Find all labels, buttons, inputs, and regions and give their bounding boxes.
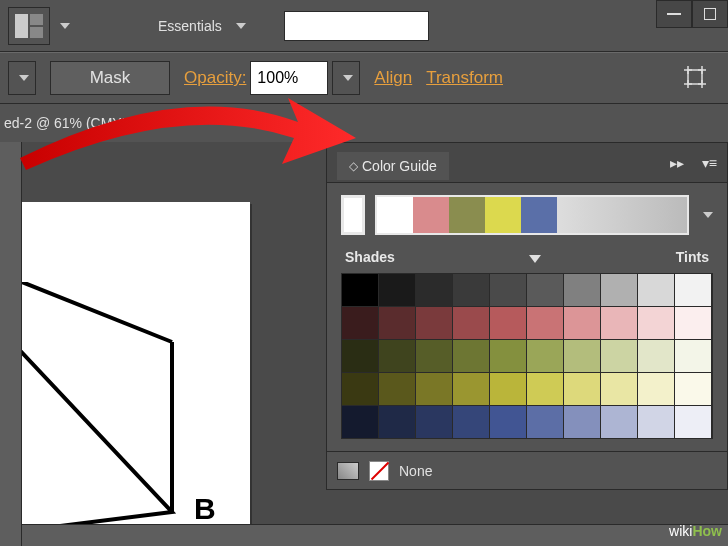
document-tab[interactable]: ed-2 @ 61% (CMYK/Pre (4, 115, 157, 131)
variation-swatch[interactable] (638, 274, 674, 306)
variation-swatch[interactable] (564, 373, 600, 405)
variation-swatch[interactable] (675, 406, 711, 438)
ramp-swatch[interactable] (449, 197, 485, 233)
edit-colors-icon[interactable] (337, 462, 359, 480)
variation-swatch[interactable] (379, 373, 415, 405)
variation-swatch[interactable] (490, 373, 526, 405)
variation-swatch[interactable] (342, 274, 378, 306)
color-guide-tab[interactable]: ◇ Color Guide (337, 152, 449, 180)
workspace-switcher[interactable]: Essentials (150, 14, 254, 38)
point-b-label: B (194, 492, 216, 526)
variation-swatch[interactable] (564, 307, 600, 339)
arrange-dropdown-icon[interactable] (60, 23, 70, 29)
collapse-icon: ◇ (349, 159, 358, 173)
variation-swatch[interactable] (453, 340, 489, 372)
variation-swatch[interactable] (638, 340, 674, 372)
object-type-dropdown[interactable] (8, 61, 36, 95)
color-guide-panel: ◇ Color Guide ▸▸ ▾≡ Shades Tints (326, 142, 728, 490)
expand-icon[interactable]: ▸▸ (670, 155, 684, 171)
variation-swatch[interactable] (379, 307, 415, 339)
variation-swatch[interactable] (490, 274, 526, 306)
variation-swatch[interactable] (416, 406, 452, 438)
horizontal-scrollbar[interactable] (22, 524, 728, 546)
variation-swatch[interactable] (601, 274, 637, 306)
variation-swatch[interactable] (416, 307, 452, 339)
svg-line-15 (22, 282, 172, 342)
opacity-label[interactable]: Opacity: (184, 68, 246, 88)
mask-button[interactable]: Mask (50, 61, 170, 95)
variation-swatch[interactable] (379, 274, 415, 306)
svg-rect-0 (15, 14, 28, 38)
variation-dropdown-icon[interactable] (529, 255, 541, 263)
variation-grid (341, 273, 713, 439)
variation-swatch[interactable] (601, 406, 637, 438)
variation-swatch[interactable] (342, 373, 378, 405)
tints-label: Tints (676, 249, 709, 265)
base-color-swatch[interactable] (341, 195, 365, 235)
variation-swatch[interactable] (453, 274, 489, 306)
ramp-swatch[interactable] (413, 197, 449, 233)
ramp-swatch[interactable] (521, 197, 557, 233)
variation-swatch[interactable] (342, 307, 378, 339)
panel-title: Color Guide (362, 158, 437, 174)
vertical-scrollbar[interactable] (0, 142, 22, 546)
variation-swatch[interactable] (638, 307, 674, 339)
variation-swatch[interactable] (638, 406, 674, 438)
variation-swatch[interactable] (527, 340, 563, 372)
variation-swatch[interactable] (490, 406, 526, 438)
variation-swatch[interactable] (675, 373, 711, 405)
maximize-button[interactable] (692, 0, 728, 28)
svg-rect-5 (688, 70, 702, 84)
variation-swatch[interactable] (564, 274, 600, 306)
wikihow-watermark: wikiHow (669, 522, 722, 540)
window-controls (656, 0, 728, 30)
panel-menu-icon[interactable]: ▾≡ (702, 155, 717, 171)
ramp-swatch[interactable] (485, 197, 521, 233)
variation-swatch[interactable] (675, 307, 711, 339)
search-input[interactable] (284, 11, 429, 41)
variation-swatch[interactable] (601, 373, 637, 405)
harmony-dropdown-icon[interactable] (703, 212, 713, 218)
opacity-dropdown[interactable] (332, 61, 360, 95)
svg-rect-1 (30, 14, 43, 25)
variation-swatch[interactable] (379, 340, 415, 372)
variation-swatch[interactable] (490, 307, 526, 339)
variation-swatch[interactable] (601, 340, 637, 372)
variation-swatch[interactable] (453, 373, 489, 405)
variation-swatch[interactable] (601, 307, 637, 339)
opacity-input[interactable]: 100% (250, 61, 328, 95)
artboard[interactable]: B (22, 202, 250, 546)
variation-swatch[interactable] (379, 406, 415, 438)
harmony-ramp[interactable] (375, 195, 689, 235)
none-swatch-icon[interactable] (369, 461, 389, 481)
ramp-swatch[interactable] (377, 197, 413, 233)
isolate-icon[interactable] (682, 64, 708, 93)
panel-tab-bar: ◇ Color Guide ▸▸ ▾≡ (327, 143, 727, 183)
variation-swatch[interactable] (527, 406, 563, 438)
limit-label: None (399, 463, 432, 479)
variation-swatch[interactable] (675, 340, 711, 372)
arrange-documents-button[interactable] (8, 7, 50, 45)
panel-footer: None (327, 451, 727, 489)
work-area: B ◇ Color Guide ▸▸ ▾≡ Shades (0, 142, 728, 546)
variation-swatch[interactable] (527, 307, 563, 339)
variation-swatch[interactable] (342, 340, 378, 372)
variation-swatch[interactable] (564, 340, 600, 372)
variation-swatch[interactable] (416, 274, 452, 306)
svg-rect-2 (30, 27, 43, 38)
variation-swatch[interactable] (527, 373, 563, 405)
variation-swatch[interactable] (453, 406, 489, 438)
transform-link[interactable]: Transform (426, 68, 503, 88)
minimize-button[interactable] (656, 0, 692, 28)
variation-swatch[interactable] (675, 274, 711, 306)
variation-swatch[interactable] (527, 274, 563, 306)
variation-swatch[interactable] (638, 373, 674, 405)
variation-swatch[interactable] (342, 406, 378, 438)
variation-swatch[interactable] (490, 340, 526, 372)
variation-swatch[interactable] (453, 307, 489, 339)
variation-swatch[interactable] (564, 406, 600, 438)
variation-swatch[interactable] (416, 373, 452, 405)
control-bar: Mask Opacity: 100% Align Transform (0, 52, 728, 104)
align-link[interactable]: Align (374, 68, 412, 88)
variation-swatch[interactable] (416, 340, 452, 372)
